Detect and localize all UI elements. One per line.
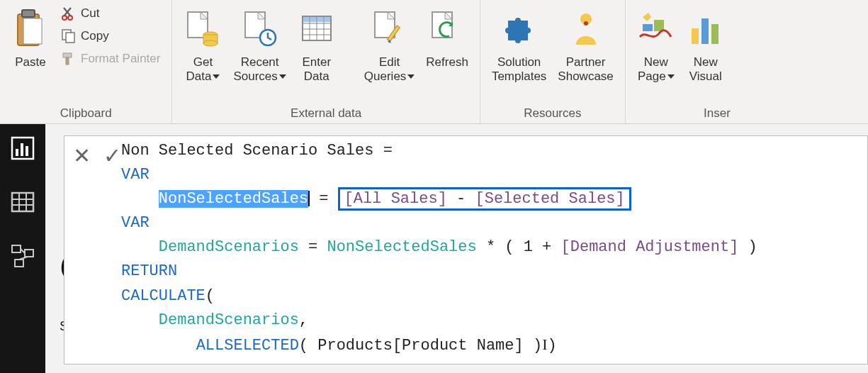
paste-label: Paste [15, 55, 45, 69]
recent-sources-icon [242, 11, 278, 48]
recent-sources-label: Recent Sources [233, 55, 278, 83]
format-painter-icon [61, 51, 77, 67]
measure-selected-sales: [Selected Sales] [475, 190, 625, 208]
model-view-button[interactable] [6, 239, 40, 273]
ribbon-group-resources: Solution Templates Partner Showcase Reso… [480, 0, 626, 123]
format-painter-button[interactable]: Format Painter [58, 50, 163, 68]
highlight-box: [All Sales] - [Selected Sales] [338, 187, 631, 211]
var-demandscenarios: DemandScenarios [159, 238, 299, 256]
svg-rect-35 [21, 143, 23, 156]
report-view-icon [11, 136, 35, 160]
ribbon-group-insert: New Page New Visual Inser [626, 0, 736, 123]
paste-icon [13, 9, 47, 50]
svg-rect-6 [66, 33, 74, 43]
cut-button[interactable]: Cut [58, 4, 163, 23]
edit-queries-button[interactable]: Edit Queries [359, 3, 421, 86]
svg-rect-44 [15, 260, 23, 267]
edit-queries-icon [372, 11, 407, 48]
svg-point-12 [203, 40, 218, 46]
svg-rect-7 [63, 53, 72, 57]
svg-rect-36 [26, 146, 28, 156]
person-icon [570, 11, 602, 48]
refresh-label: Refresh [426, 55, 468, 69]
ribbon: Paste Cut Copy Format Painter Clipboard [0, 0, 868, 124]
ribbon-group-clipboard: Paste Cut Copy Format Painter Clipboard [0, 0, 172, 123]
svg-rect-1 [22, 10, 35, 17]
enter-data-button[interactable]: Enter Data [292, 3, 342, 86]
enter-data-icon [300, 12, 334, 46]
svg-point-4 [68, 16, 72, 20]
svg-point-27 [584, 21, 588, 26]
caret-icon [667, 74, 675, 79]
var-keyword: VAR [121, 214, 150, 232]
partner-showcase-button[interactable]: Partner Showcase [552, 3, 619, 86]
formula-cancel-button[interactable]: ✕ [73, 143, 91, 168]
svg-rect-34 [16, 149, 18, 156]
new-visual-button[interactable]: New Visual [681, 3, 731, 86]
svg-rect-2 [23, 18, 42, 44]
resources-group-label: Resources [486, 104, 619, 122]
enter-data-label: Enter Data [302, 55, 331, 83]
measure-demand-adjustment: [Demand Adjustment] [561, 238, 739, 256]
recent-sources-button[interactable]: Recent Sources [227, 3, 291, 86]
copy-label: Copy [81, 29, 109, 43]
new-page-button[interactable]: New Page [631, 3, 681, 86]
formula-commit-button[interactable]: ✓ [103, 143, 121, 168]
data-view-icon [11, 190, 35, 214]
var-nonselectedsales: NonSelectedSales [159, 190, 308, 208]
data-view-button[interactable] [6, 185, 40, 219]
refresh-icon [429, 11, 465, 48]
edit-queries-label: Edit Queries [364, 55, 407, 83]
ref-demandscenarios: DemandScenarios [159, 311, 299, 329]
get-data-icon [185, 11, 220, 48]
cut-icon [61, 6, 77, 21]
svg-rect-42 [12, 245, 21, 252]
cut-label: Cut [81, 6, 99, 21]
puzzle-icon [501, 11, 538, 48]
svg-rect-43 [25, 250, 33, 257]
paste-button[interactable]: Paste [6, 3, 55, 72]
get-data-label: Get Data [186, 55, 213, 83]
external-data-group-label: External data [178, 104, 473, 122]
format-painter-label: Format Painter [81, 52, 160, 66]
workspace: Con Step 1. C ✕ ✓ Non Selected Scenario … [45, 124, 868, 373]
insert-group-label: Inser [631, 104, 731, 122]
func-calculate: CALCULATE [121, 287, 205, 305]
text-cursor-icon: I [542, 335, 547, 353]
report-view-button[interactable] [6, 131, 40, 165]
svg-rect-28 [643, 24, 653, 31]
measure-all-sales: [All Sales] [344, 190, 447, 208]
svg-rect-30 [692, 28, 699, 44]
ref-nonselectedsales: NonSelectedSales [327, 238, 476, 256]
left-nav-rail [0, 124, 45, 373]
svg-rect-22 [303, 16, 331, 22]
clipboard-group-label: Clipboard [6, 104, 166, 122]
var-keyword: VAR [121, 166, 150, 184]
svg-rect-37 [12, 193, 33, 211]
svg-rect-31 [701, 18, 709, 44]
solution-templates-label: Solution Templates [492, 55, 546, 83]
copy-icon [61, 28, 77, 44]
caret-icon [213, 74, 220, 79]
return-keyword: RETURN [121, 262, 177, 280]
ribbon-group-external: Get Data Recent Sources Enter Data Edit [172, 0, 480, 123]
svg-rect-8 [66, 57, 69, 65]
model-view-icon [11, 244, 35, 268]
new-visual-icon [689, 11, 723, 47]
svg-rect-32 [711, 24, 718, 44]
solution-templates-button[interactable]: Solution Templates [486, 3, 552, 86]
refresh-button[interactable]: Refresh [420, 3, 474, 72]
formula-editor[interactable]: Non Selected Scenario Sales = VAR NonSel… [121, 136, 867, 364]
measure-name: Non Selected Scenario Sales [121, 142, 373, 160]
svg-point-3 [62, 16, 67, 20]
col-products-name: Products[Product Name] [317, 337, 523, 355]
partner-showcase-label: Partner Showcase [558, 55, 613, 83]
caret-icon [279, 74, 286, 79]
copy-button[interactable]: Copy [58, 27, 163, 45]
formula-bar[interactable]: ✕ ✓ Non Selected Scenario Sales = VAR No… [64, 135, 868, 364]
new-page-label: New Page [638, 55, 668, 83]
caret-icon [407, 74, 415, 79]
get-data-button[interactable]: Get Data [178, 3, 227, 86]
func-allselected: ALLSELECTED [196, 337, 299, 355]
new-visual-label: New Visual [689, 55, 722, 83]
